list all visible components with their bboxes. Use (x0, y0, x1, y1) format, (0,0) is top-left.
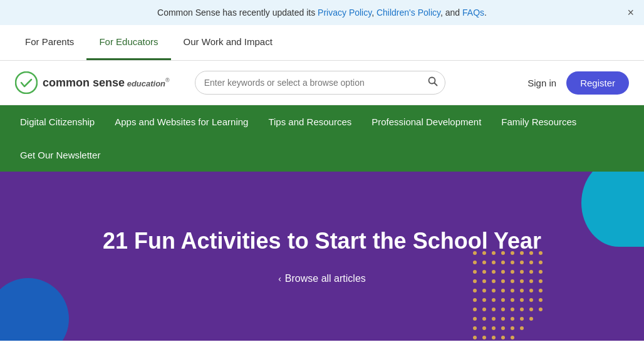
svg-point-67 (482, 326, 486, 330)
nav-apps-and-websites[interactable]: Apps and Websites for Learning (105, 105, 258, 138)
svg-point-66 (473, 326, 477, 330)
svg-point-56 (520, 308, 524, 311)
svg-point-59 (473, 317, 477, 321)
svg-point-46 (501, 298, 505, 302)
main-navigation: Digital Citizenship Apps and Websites fo… (0, 105, 644, 172)
svg-point-30 (501, 279, 505, 283)
top-navigation: For Parents For Educators Our Work and I… (0, 25, 644, 61)
tab-for-parents[interactable]: For Parents (13, 25, 86, 60)
svg-point-53 (492, 308, 496, 311)
svg-point-27 (473, 279, 477, 283)
svg-point-42 (539, 289, 543, 292)
svg-line-2 (434, 83, 437, 86)
svg-point-54 (501, 308, 505, 311)
svg-point-23 (511, 270, 514, 274)
header-actions: Sign in Register (527, 71, 629, 95)
dot-grid-svg (469, 247, 606, 341)
svg-point-75 (501, 336, 505, 339)
hero-section: // dots rendered inline below 21 Fun Act… (0, 172, 644, 341)
svg-point-62 (501, 317, 505, 321)
svg-point-12 (482, 261, 486, 264)
hero-title: 21 Fun Activities to Start the School Ye… (103, 228, 541, 254)
svg-point-49 (529, 298, 533, 302)
svg-point-34 (539, 279, 543, 283)
svg-point-39 (511, 289, 514, 292)
nav-get-our-newsletter[interactable]: Get Our Newsletter (10, 138, 110, 172)
svg-point-74 (492, 336, 496, 339)
svg-point-36 (482, 289, 486, 292)
svg-point-65 (529, 317, 533, 321)
svg-point-35 (473, 289, 477, 292)
svg-point-70 (511, 326, 514, 330)
svg-point-50 (539, 298, 543, 302)
svg-point-76 (511, 336, 514, 339)
banner-text: Common Sense has recently updated its Pr… (157, 8, 487, 18)
logo[interactable]: common sense education® (15, 71, 170, 94)
svg-point-43 (473, 298, 477, 302)
svg-point-16 (520, 261, 524, 264)
tab-our-work-and-impact[interactable]: Our Work and Impact (171, 25, 285, 60)
faqs-link[interactable]: FAQs (462, 8, 484, 18)
banner-close-button[interactable]: × (627, 7, 634, 18)
childrens-policy-link[interactable]: Children's Policy (377, 8, 440, 18)
svg-point-41 (529, 289, 533, 292)
svg-point-57 (529, 308, 533, 311)
svg-point-68 (492, 326, 496, 330)
svg-point-20 (482, 270, 486, 274)
svg-point-61 (492, 317, 496, 321)
svg-point-28 (482, 279, 486, 283)
svg-point-17 (529, 261, 533, 264)
svg-point-60 (482, 317, 486, 321)
svg-point-37 (492, 289, 496, 292)
svg-point-71 (520, 326, 524, 330)
svg-point-18 (539, 261, 543, 264)
hero-teal-shape-decoration (581, 172, 644, 247)
svg-point-73 (482, 336, 486, 339)
svg-point-52 (482, 308, 486, 311)
nav-digital-citizenship[interactable]: Digital Citizenship (10, 105, 105, 138)
svg-point-21 (492, 270, 496, 274)
svg-point-45 (492, 298, 496, 302)
svg-point-51 (473, 308, 477, 311)
announcement-banner: Common Sense has recently updated its Pr… (0, 0, 644, 25)
svg-point-72 (473, 336, 477, 339)
svg-point-24 (520, 270, 524, 274)
browse-label: Browse all articles (285, 273, 366, 284)
nav-professional-development[interactable]: Professional Development (361, 105, 491, 138)
nav-tips-and-resources[interactable]: Tips and Resources (258, 105, 361, 138)
svg-point-29 (492, 279, 496, 283)
svg-point-47 (511, 298, 514, 302)
site-header: common sense education® Sign in Register (0, 61, 644, 105)
hero-blue-circle-decoration (0, 278, 69, 341)
tab-for-educators[interactable]: For Educators (86, 25, 170, 60)
svg-point-25 (529, 270, 533, 274)
svg-point-58 (539, 308, 543, 311)
search-icon[interactable] (428, 76, 438, 89)
svg-point-11 (473, 261, 477, 264)
register-button[interactable]: Register (566, 71, 629, 95)
privacy-policy-link[interactable]: Privacy Policy (318, 8, 371, 18)
browse-chevron-icon: ‹ (278, 274, 281, 284)
nav-family-resources[interactable]: Family Resources (491, 105, 586, 138)
logo-text: common sense education® (43, 76, 170, 90)
svg-point-48 (520, 298, 524, 302)
svg-point-32 (520, 279, 524, 283)
svg-point-44 (482, 298, 486, 302)
svg-point-0 (16, 72, 37, 93)
svg-point-64 (520, 317, 524, 321)
svg-point-38 (501, 289, 505, 292)
svg-point-26 (539, 270, 543, 274)
browse-all-articles-link[interactable]: ‹ Browse all articles (278, 273, 366, 284)
svg-point-40 (520, 289, 524, 292)
svg-point-15 (511, 261, 514, 264)
svg-point-13 (492, 261, 496, 264)
search-bar (195, 71, 445, 95)
svg-point-31 (511, 279, 514, 283)
svg-point-14 (501, 261, 505, 264)
search-input[interactable] (195, 71, 445, 95)
svg-point-22 (501, 270, 505, 274)
svg-point-69 (501, 326, 505, 330)
svg-point-63 (511, 317, 514, 321)
sign-in-button[interactable]: Sign in (527, 78, 556, 88)
svg-point-33 (529, 279, 533, 283)
